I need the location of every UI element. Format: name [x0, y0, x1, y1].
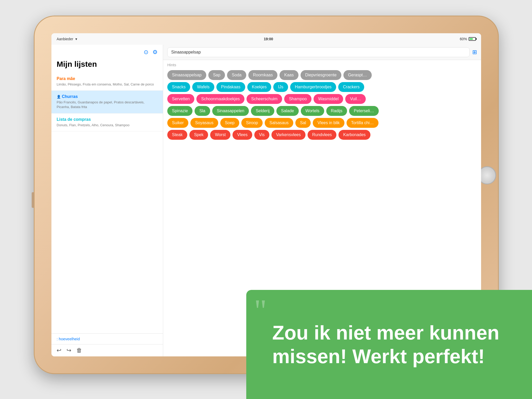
chip-wafels[interactable]: Wafels — [192, 82, 214, 92]
profile-icon[interactable]: ⊙ — [144, 49, 148, 56]
chips-row-5: SteakSpekWorstVleesVisVarkensvleesRundvl… — [167, 130, 477, 140]
sidebar-footer: : hoeveelheid — [51, 333, 163, 344]
redo-button[interactable]: ↪ — [66, 347, 71, 354]
chip-sap[interactable]: Sap — [208, 70, 225, 80]
list-item-subtitle: Donuts, Flan, Pretzels, Alho, Cenoura, S… — [57, 123, 158, 128]
chips-row-2: ServettenSchoonmaakdoekjesScheerschuimSh… — [167, 94, 477, 104]
chip-spinazie[interactable]: Spinazie — [167, 106, 192, 116]
sidebar-list: Para mãe Limão, Pêssego, Fruta em conser… — [51, 73, 163, 333]
chip-servetten[interactable]: Servetten — [167, 94, 194, 104]
sidebar: ⊙ ⚙ Mijn lijsten Para mãe Limão, Pêssego… — [51, 45, 163, 356]
chip-spek[interactable]: Spek — [189, 130, 208, 140]
chip-scheerschuim[interactable]: Scheerschuim — [247, 94, 282, 104]
chip-suiker[interactable]: Suiker — [167, 118, 188, 128]
chip-pindakaas[interactable]: Pindakaas — [216, 82, 245, 92]
chip-wasmiddel[interactable]: Wasmiddel — [314, 94, 343, 104]
chip-shampoo[interactable]: Shampoo — [284, 94, 311, 104]
list-item-subtitle: Limão, Pêssego, Fruta em conserva, Molho… — [57, 82, 158, 87]
quote-marks: " — [254, 295, 267, 326]
status-left: Aanbieder ▾ — [57, 37, 77, 41]
chip-snacks[interactable]: Snacks — [167, 82, 190, 92]
carrier-label: Aanbieder — [57, 37, 73, 41]
list-item-title: Lista de compras — [57, 117, 158, 122]
list-item-title: Para mãe — [57, 76, 158, 81]
chip-peterseli…[interactable]: Peterseli… — [349, 106, 379, 116]
chip-crackers[interactable]: Crackers — [338, 82, 364, 92]
undo-button[interactable]: ↩ — [57, 347, 61, 354]
chip-soep[interactable]: Soep — [220, 118, 239, 128]
chip-varkensvlees[interactable]: Varkensvlees — [271, 130, 305, 140]
chips-row-3: SpinazieSlaSinaasappelenSelderijSaladeWo… — [167, 106, 477, 116]
list-item-subtitle: Pão Francês, Guardanapos de papel, Prato… — [57, 100, 158, 109]
list-item-title: 👤Churras — [57, 94, 158, 99]
chip-selderij[interactable]: Selderij — [251, 106, 274, 116]
chip-rundvlees[interactable]: Rundvlees — [308, 130, 337, 140]
battery-bar — [469, 37, 476, 41]
sidebar-header: ⊙ ⚙ — [51, 45, 163, 60]
toolbar: ↩ ↪ 🗑 — [51, 344, 163, 356]
chip-schoonmaakdoekjes[interactable]: Schoonmaakdoekjes — [196, 94, 244, 104]
banner-text: Zou ik niet meer kunnenmissen! Werkt per… — [272, 321, 499, 368]
battery-percent: 60% — [460, 37, 467, 41]
chip-karbonades[interactable]: Karbonades — [338, 130, 370, 140]
chip-vuil…[interactable]: Vuil… — [345, 94, 365, 104]
chip-tortilla-chi…[interactable]: Tortilla chi… — [347, 118, 378, 128]
wifi-icon: ▾ — [75, 37, 77, 41]
hints-section: Hints — [163, 60, 481, 69]
chip-sinaasappelsap[interactable]: Sinaasappelsap — [167, 70, 206, 80]
sidebar-title: Mijn lijsten — [51, 60, 163, 73]
chip-vlees[interactable]: Vlees — [232, 130, 252, 140]
chip-kaas[interactable]: Kaas — [280, 70, 298, 80]
chip-ijs[interactable]: IJs — [273, 82, 288, 92]
chips-container: SinaasappelsapSapSodaRoomkaasKaasDiepvri… — [163, 69, 481, 143]
battery-fill — [470, 38, 473, 40]
search-input[interactable] — [167, 47, 470, 57]
list-item-para-mae[interactable]: Para mãe Limão, Pêssego, Fruta em conser… — [51, 73, 163, 91]
chip-worst[interactable]: Worst — [210, 130, 230, 140]
chip-koekjes[interactable]: Koekjes — [247, 82, 271, 92]
chip-sinaasappelen[interactable]: Sinaasappelen — [212, 106, 249, 116]
search-bar: ⊞ — [163, 45, 481, 60]
chip-soda[interactable]: Soda — [227, 70, 246, 80]
chip-salade[interactable]: Salade — [276, 106, 299, 116]
chip-salsasaus[interactable]: Salsasaus — [265, 118, 293, 128]
chip-steak[interactable]: Steak — [167, 130, 187, 140]
chip-diepvriesgroente[interactable]: Diepvriesgroente — [301, 70, 341, 80]
chip-wortels[interactable]: Wortels — [301, 106, 324, 116]
green-banner: " Zou ik niet meer kunnenmissen! Werkt p… — [246, 290, 532, 399]
chip-siroop[interactable]: Siroop — [241, 118, 263, 128]
time-label: 19:00 — [264, 37, 273, 41]
status-bar: Aanbieder ▾ 19:00 60% — [51, 33, 481, 45]
list-item-lista-compras[interactable]: Lista de compras Donuts, Flan, Pretzels,… — [51, 114, 163, 131]
chip-geraspt…[interactable]: Geraspt… — [343, 70, 372, 80]
chips-row-1: SnacksWafelsPindakaasKoekjesIJsHamburger… — [167, 82, 477, 92]
quantity-label: : hoeveelheid — [57, 337, 158, 341]
settings-icon[interactable]: ⚙ — [152, 49, 158, 56]
chip-vlees-in-blik[interactable]: Vlees in blik — [313, 118, 344, 128]
delete-button[interactable]: 🗑 — [76, 347, 82, 354]
chip-vis[interactable]: Vis — [254, 130, 269, 140]
chip-sla[interactable]: Sla — [195, 106, 210, 116]
chip-hamburgerbroodjes[interactable]: Hamburgerbroodjes — [290, 82, 336, 92]
chips-row-0: SinaasappelsapSapSodaRoomkaasKaasDiepvri… — [167, 70, 477, 80]
chip-sal[interactable]: Sal — [295, 118, 311, 128]
chip-radijs[interactable]: Radijs — [326, 106, 347, 116]
hints-label: Hints — [167, 63, 477, 67]
status-right: 60% — [460, 37, 476, 41]
person-icon: 👤 — [57, 95, 61, 99]
chips-row-4: SuikerSoyasausSoepSiroopSalsasausSalVlee… — [167, 118, 477, 128]
chip-soyasaus[interactable]: Soyasaus — [190, 118, 218, 128]
grid-view-icon[interactable]: ⊞ — [472, 49, 477, 56]
volume-button — [32, 192, 34, 208]
list-item-churras[interactable]: 👤Churras Pão Francês, Guardanapos de pap… — [51, 91, 163, 113]
battery-tip — [476, 38, 477, 40]
chip-roomkaas[interactable]: Roomkaas — [248, 70, 277, 80]
